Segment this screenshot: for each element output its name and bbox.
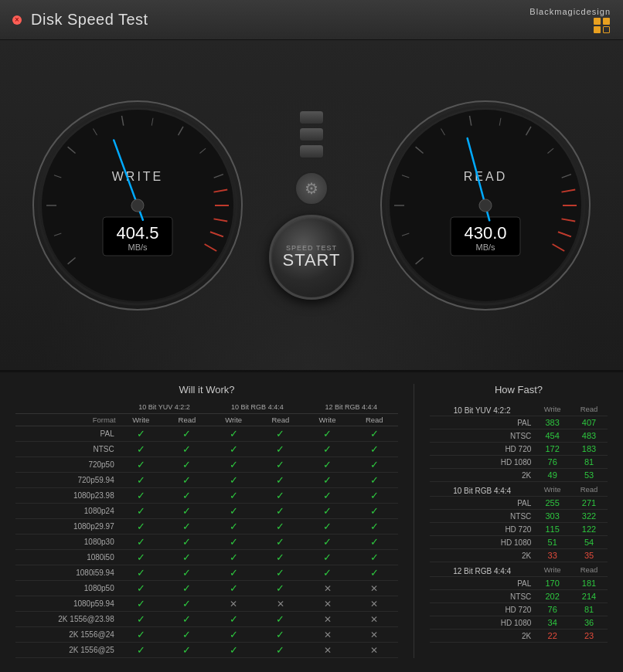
write-gauge-svg: WRITE 404.5 MB/s	[29, 97, 246, 314]
row-label: 2K	[430, 549, 534, 562]
read-value: 23	[570, 630, 608, 643]
read-value: 81	[570, 603, 608, 616]
check-cell: ✓	[118, 457, 164, 473]
table-row: 720p50✓✓✓✓✓✓	[15, 457, 398, 473]
read-value: 214	[570, 590, 608, 603]
check-cell: ✓	[210, 504, 257, 519]
check-cell: ✓	[118, 488, 164, 504]
check-cell: ✓	[118, 442, 164, 457]
format-name: 1080p59.94	[15, 596, 118, 612]
gear-button[interactable]: ⚙	[294, 171, 329, 205]
check-cell: ✓	[257, 519, 304, 535]
check-cell: ✓	[305, 550, 351, 565]
row-label: HD 720	[430, 603, 534, 616]
check-cell: ✓	[350, 442, 398, 457]
rgb10-write-header: Write	[210, 413, 257, 426]
table-row: 1080p59.94✓✓✕✕✕✕	[15, 596, 398, 612]
check-cell: ✓	[164, 442, 211, 457]
check-cell: ✓	[257, 612, 304, 627]
close-button[interactable]	[12, 15, 22, 25]
check-cell: ✓	[305, 473, 351, 488]
write-value: 49	[534, 469, 570, 482]
check-cell: ✓	[118, 473, 164, 488]
write-gauge-wrapper: WRITE 404.5 MB/s	[29, 97, 246, 314]
check-cell: ✓	[257, 535, 304, 550]
fast-table-row: PAL 255 271	[430, 497, 608, 510]
fast-table-row: 2K 22 23	[430, 630, 608, 643]
check-cell: ✓	[118, 643, 164, 658]
table-row: 1080p29.97✓✓✓✓✓✓	[15, 519, 398, 535]
check-cell: ✓	[257, 627, 304, 643]
check-cell: ✓	[210, 442, 257, 457]
center-controls: ⚙ SPEED TEST START	[269, 110, 354, 300]
group-header-row: 10 Bit YUV 4:2:2 Write Read	[430, 402, 608, 416]
check-cell: ✓	[210, 643, 257, 658]
fast-table-row: 2K 49 53	[430, 469, 608, 482]
check-cell: ✓	[118, 426, 164, 442]
fast-table-row: HD 720 76 81	[430, 603, 608, 616]
check-cell: ✓	[257, 565, 304, 581]
write-col-header: Write	[534, 482, 570, 497]
table-row: 2K 1556@23.98✓✓✓✓✕✕	[15, 612, 398, 627]
app-title: Disk Speed Test	[31, 11, 148, 29]
read-gauge-svg: READ 430.0 MB/s	[377, 97, 594, 314]
check-cell: ✓	[350, 550, 398, 565]
check-cell: ✓	[350, 535, 398, 550]
check-cell: ✓	[164, 504, 211, 519]
check-cell: ✕	[210, 596, 257, 612]
table-row: 2K 1556@24✓✓✓✓✕✕	[15, 627, 398, 643]
write-value: 255	[534, 497, 570, 510]
read-gauge: READ 430.0 MB/s	[377, 97, 594, 314]
top-btn-1[interactable]	[299, 110, 324, 124]
read-value: 322	[570, 510, 608, 523]
gauge-section: WRITE 404.5 MB/s	[0, 40, 623, 372]
will-it-work-table: 10 Bit YUV 4:2:2 10 Bit RGB 4:4:4 12 Bit…	[15, 402, 398, 658]
check-cell: ✕	[305, 643, 351, 658]
fast-table-row: NTSC 454 483	[430, 429, 608, 443]
how-fast-table: 10 Bit YUV 4:2:2 Write Read PAL 383 407 …	[430, 402, 608, 643]
fast-table-row: PAL 170 181	[430, 577, 608, 590]
check-cell: ✓	[164, 457, 211, 473]
write-value: 76	[534, 603, 570, 616]
read-value: 483	[570, 429, 608, 443]
check-cell: ✓	[305, 519, 351, 535]
start-button[interactable]: SPEED TEST START	[269, 215, 354, 300]
read-value: 53	[570, 469, 608, 482]
fast-table-row: NTSC 202 214	[430, 590, 608, 603]
row-label: HD 720	[430, 523, 534, 536]
check-cell: ✓	[118, 519, 164, 535]
group-header-row: 12 Bit RGB 4:4:4 Write Read	[430, 562, 608, 577]
fast-table-row: HD 1080 51 54	[430, 536, 608, 549]
gauges-container: WRITE 404.5 MB/s	[0, 82, 623, 329]
brand-logo: Blackmagicdesign	[529, 7, 611, 33]
check-cell: ✓	[257, 442, 304, 457]
rgb12-read-header: Read	[350, 413, 398, 426]
table-row: 1080i59.94✓✓✓✓✓✓	[15, 565, 398, 581]
check-cell: ✕	[350, 627, 398, 643]
check-cell: ✕	[305, 596, 351, 612]
yuv-read-header: Read	[164, 413, 211, 426]
read-col-header: Read	[570, 482, 608, 497]
format-name: 720p50	[15, 457, 118, 473]
format-name: 2K 1556@24	[15, 627, 118, 643]
write-value: 202	[534, 590, 570, 603]
check-cell: ✓	[210, 519, 257, 535]
check-cell: ✓	[210, 457, 257, 473]
top-btn-3[interactable]	[299, 144, 324, 158]
brand-dot-4	[603, 26, 610, 33]
write-gauge: WRITE 404.5 MB/s	[29, 97, 246, 314]
row-label: HD 1080	[430, 456, 534, 469]
check-cell: ✕	[350, 643, 398, 658]
check-cell: ✓	[350, 426, 398, 442]
format-name: 1080p29.97	[15, 519, 118, 535]
read-col-header: Read	[570, 402, 608, 416]
write-value: 170	[534, 577, 570, 590]
rgb12-header: 12 Bit RGB 4:4:4	[305, 402, 398, 413]
top-btn-2[interactable]	[299, 127, 324, 141]
table-row: 1080p50✓✓✓✓✕✕	[15, 581, 398, 596]
check-cell: ✓	[305, 565, 351, 581]
svg-text:READ: READ	[464, 170, 507, 183]
brand-dot-2	[603, 18, 610, 25]
format-name: PAL	[15, 426, 118, 442]
check-cell: ✕	[305, 627, 351, 643]
